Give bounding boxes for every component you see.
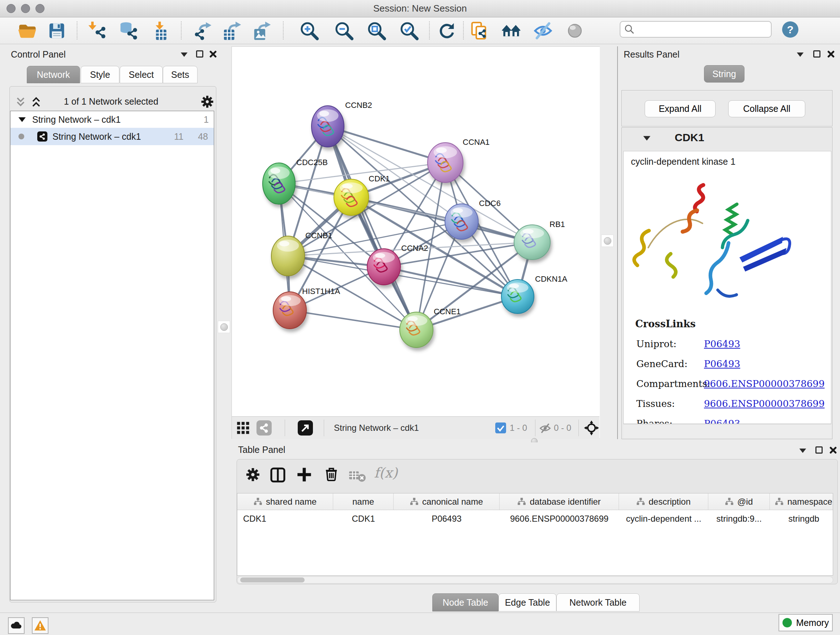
delete-column-icon[interactable]	[324, 466, 339, 484]
network-node-CCNB1[interactable]	[271, 236, 305, 276]
search-input[interactable]	[635, 24, 765, 35]
tab-sets[interactable]: Sets	[163, 66, 197, 83]
column-header-namespace[interactable]: namespace	[770, 494, 833, 510]
table-cell[interactable]: 9606.ENSP00000378699	[500, 510, 619, 527]
table-cell[interactable]: P06493	[393, 510, 500, 527]
warning-icon[interactable]	[32, 617, 49, 634]
network-node-CCNB2[interactable]	[311, 106, 344, 147]
tab-edge-table[interactable]: Edge Table	[499, 593, 556, 611]
delete-table-icon[interactable]	[348, 466, 366, 486]
home-networks-icon[interactable]	[501, 21, 522, 41]
add-column-icon[interactable]	[296, 466, 313, 485]
column-header-shared-name[interactable]: shared name	[237, 494, 333, 510]
share-view-icon-disabled[interactable]	[256, 420, 272, 437]
refresh-icon[interactable]	[436, 21, 457, 41]
cloud-icon[interactable]	[8, 617, 25, 634]
network-node-CDK1[interactable]	[334, 179, 369, 215]
panel-close-icon[interactable]	[827, 50, 835, 58]
network-row-selected[interactable]: String Network – cdk1 11 48	[11, 128, 214, 145]
zoom-in-icon[interactable]	[299, 21, 320, 41]
tab-style[interactable]: Style	[81, 66, 119, 83]
column-header-database-identifier[interactable]: database identifier	[500, 494, 619, 510]
open-in-window-icon[interactable]	[298, 420, 313, 437]
collection-expand-icon[interactable]	[19, 117, 26, 122]
network-node-HIST1H1A[interactable]	[273, 292, 306, 329]
crosslink-value-link[interactable]: P06493	[704, 358, 740, 369]
scrollbar-thumb[interactable]	[240, 578, 305, 583]
table-cell[interactable]: stringdb	[770, 510, 833, 527]
fit-content-icon[interactable]	[584, 420, 600, 437]
table-hscrollbar[interactable]	[237, 576, 833, 584]
help-icon[interactable]: ?	[782, 21, 798, 38]
table-row[interactable]: CDK1CDK1P064939606.ENSP00000378699cyclin…	[237, 510, 833, 527]
table-cell[interactable]: CDK1	[333, 510, 393, 527]
import-table-icon[interactable]	[150, 21, 171, 41]
panel-float-icon[interactable]	[813, 50, 821, 57]
table-cell[interactable]: stringdb:9...	[708, 510, 770, 527]
tab-string[interactable]: String	[704, 65, 745, 82]
tab-select[interactable]: Select	[120, 66, 163, 83]
table-settings-gear-icon[interactable]	[245, 466, 261, 485]
crosslink-value-link[interactable]: P06493	[704, 339, 740, 349]
open-session-icon[interactable]	[17, 21, 38, 41]
crosslink-value-link[interactable]: P06493	[704, 418, 740, 424]
panel-float-icon[interactable]	[196, 50, 203, 57]
export-table-icon[interactable]	[221, 21, 242, 41]
function-builder-icon[interactable]: f(x)	[374, 465, 398, 481]
network-node-CCNA1[interactable]	[428, 143, 463, 182]
memory-button[interactable]: Memory	[778, 614, 833, 631]
network-node-CCNE1[interactable]	[400, 312, 433, 348]
tab-network-table[interactable]: Network Table	[556, 593, 639, 611]
splitter-handle[interactable]	[601, 234, 614, 247]
zoom-selected-icon[interactable]	[399, 21, 420, 41]
collapse-all-button[interactable]: Collapse All	[728, 100, 805, 117]
preview-icon[interactable]	[564, 21, 585, 41]
network-node-CDKN1A[interactable]	[501, 279, 534, 314]
left-splitter[interactable]	[217, 46, 232, 604]
network-node-CDC6[interactable]	[445, 204, 478, 239]
panel-menu-icon[interactable]	[797, 52, 804, 57]
network-node-RB1[interactable]	[514, 225, 550, 260]
tab-network[interactable]: Network	[27, 66, 80, 83]
save-session-icon[interactable]	[46, 21, 67, 41]
network-edge[interactable]	[328, 126, 445, 163]
crosslink-value-link[interactable]: 9606.ENSP00000378699	[704, 378, 824, 389]
show-hidden-icon[interactable]	[532, 21, 554, 41]
export-image-icon[interactable]	[251, 21, 272, 41]
column-header-name[interactable]: name	[333, 494, 393, 510]
network-edge[interactable]	[290, 310, 416, 330]
panel-float-icon[interactable]	[815, 447, 823, 454]
collapse-all-icon[interactable]	[14, 96, 27, 110]
network-graph[interactable]: CCNB2CCNA1CDC25BCDK1CDC6RB1CCNB1CCNA2CDK…	[232, 47, 600, 416]
split-columns-icon[interactable]	[269, 466, 286, 485]
import-database-icon[interactable]	[118, 21, 139, 41]
selected-checkbox-icon[interactable]	[495, 423, 506, 435]
panel-menu-icon[interactable]	[799, 448, 806, 453]
grid-view-icon[interactable]	[236, 421, 250, 436]
zoom-fit-icon[interactable]	[366, 21, 387, 41]
network-edge[interactable]	[384, 267, 518, 296]
tab-node-table[interactable]: Node Table	[432, 593, 499, 611]
network-node-CCNA2[interactable]	[367, 249, 401, 285]
import-network-icon[interactable]	[87, 21, 108, 41]
table-cell[interactable]: CDK1	[237, 510, 333, 527]
column-header-canonical-name[interactable]: canonical name	[393, 494, 500, 510]
panel-close-icon[interactable]	[209, 50, 217, 58]
table-cell[interactable]: cyclin-dependent ...	[619, 510, 708, 527]
expand-all-button[interactable]: Expand All	[645, 100, 715, 117]
column-header--id[interactable]: @id	[708, 494, 770, 510]
zoom-out-icon[interactable]	[333, 21, 355, 41]
network-collection-row[interactable]: String Network – cdk1 1	[11, 111, 214, 128]
column-header-description[interactable]: description	[619, 494, 708, 510]
entry-collapse-icon[interactable]	[643, 136, 651, 141]
gear-icon[interactable]	[200, 94, 215, 111]
hidden-eye-icon[interactable]	[538, 422, 552, 436]
panel-close-icon[interactable]	[829, 446, 837, 454]
panel-menu-icon[interactable]	[181, 52, 188, 57]
network-node-CDC25B[interactable]	[263, 163, 295, 204]
export-network-icon[interactable]	[192, 21, 213, 41]
splitter-handle[interactable]	[218, 321, 230, 333]
entry-scroll-strip[interactable]	[623, 424, 831, 438]
right-splitter[interactable]	[600, 46, 617, 439]
crosslink-value-link[interactable]: 9606.ENSP00000378699	[704, 398, 824, 409]
